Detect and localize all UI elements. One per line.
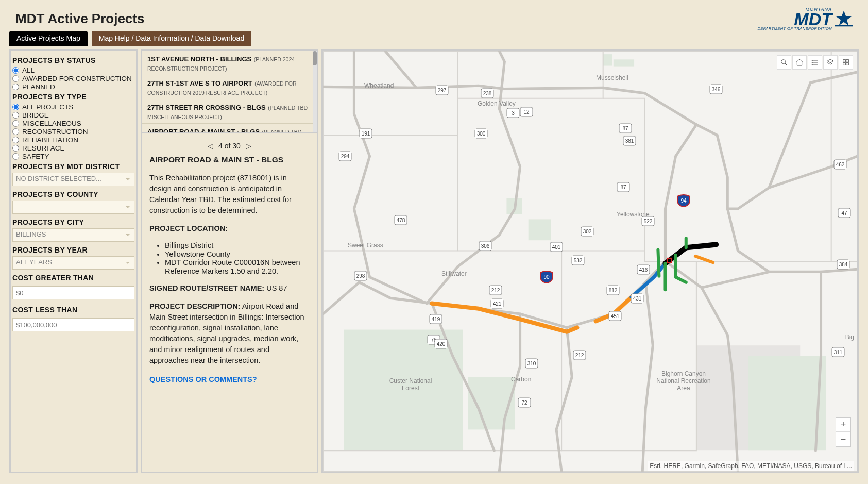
map-home-button[interactable] <box>792 55 807 70</box>
radio-type-recon[interactable]: RECONSTRUCTION <box>12 128 134 136</box>
radio-status-awarded-input[interactable] <box>12 75 19 82</box>
radio-type-all-label: ALL PROJECTS <box>22 103 73 111</box>
map-search-button[interactable] <box>777 55 791 70</box>
radio-type-misc[interactable]: MISCELLANEOUS <box>12 120 134 127</box>
tab-map-help[interactable]: Map Help / Data Information / Data Downl… <box>92 31 251 46</box>
select-district[interactable]: NO DISTRICT SELECTED... <box>12 173 134 186</box>
route-shield-label: 311 <box>834 349 843 355</box>
radio-type-all[interactable]: ALL PROJECTS <box>12 103 134 111</box>
route-shield-label: 419 <box>432 316 440 322</box>
search-icon <box>780 58 788 66</box>
svg-point-55 <box>812 64 812 64</box>
select-year[interactable]: ALL YEARS <box>12 256 134 270</box>
radio-status-planned[interactable]: PLANNED <box>12 83 134 91</box>
select-county[interactable] <box>12 201 134 214</box>
route-shield-label: 451 <box>611 313 620 319</box>
interstate-shield: 94 <box>676 194 691 207</box>
heading-county: PROJECTS BY COUNTY <box>12 190 134 198</box>
list-item[interactable]: 27TH STREET RR CROSSING - BLGS (PLANNED … <box>142 99 317 124</box>
radio-type-rehab-label: REHABILITATION <box>22 136 78 144</box>
radio-type-rehab-input[interactable] <box>12 137 19 143</box>
radio-type-bridge[interactable]: BRIDGE <box>12 111 134 119</box>
svg-rect-58 <box>843 63 846 65</box>
map-basemap-button[interactable] <box>839 55 853 70</box>
pager: ◁ 4 of 30 ▷ <box>149 142 310 150</box>
radio-type-recon-input[interactable] <box>12 128 19 135</box>
heading-year: PROJECTS BY YEAR <box>12 246 134 254</box>
radio-status-all-input[interactable] <box>12 67 19 74</box>
home-icon <box>795 58 804 66</box>
heading-city: PROJECTS BY CITY <box>12 218 134 226</box>
select-city[interactable]: BILLINGS <box>12 228 134 242</box>
route-shield-label: 47 <box>841 210 847 216</box>
radio-type-bridge-input[interactable] <box>12 112 19 119</box>
list-item[interactable]: AIRPORT ROAD & MAIN ST - BLGS (PLANNED T… <box>142 124 317 133</box>
svg-marker-0 <box>836 11 852 26</box>
map-county-label: Musselshell <box>596 74 628 81</box>
detail-location-corridor: MDT Corridor Route C000016N between Refe… <box>165 258 310 275</box>
heading-status: PROJECTS BY STATUS <box>12 56 134 64</box>
zoom-out-button[interactable]: − <box>836 432 850 446</box>
map-county-label: Stillwater <box>441 270 467 277</box>
list-item[interactable]: 1ST AVENUE NORTH - BILLINGS (PLANNED 202… <box>142 51 317 75</box>
tab-active-projects-map[interactable]: Active Projects Map <box>9 31 88 46</box>
list-item-title: AIRPORT ROAD & MAIN ST - BLGS <box>147 128 260 133</box>
svg-rect-9 <box>614 59 634 66</box>
svg-rect-8 <box>603 54 612 65</box>
pager-next-icon[interactable]: ▷ <box>245 142 253 150</box>
svg-rect-1 <box>835 25 853 27</box>
detail-desc-text: Airport Road and Main Street intersectio… <box>149 302 304 364</box>
radio-type-safety[interactable]: SAFETY <box>12 153 134 160</box>
route-shield-label: 416 <box>639 267 648 273</box>
radio-type-rehab[interactable]: REHABILITATION <box>12 136 134 144</box>
heading-cost-gt: COST GREATER THAN <box>12 274 134 282</box>
route-shield-label: 191 <box>362 131 370 137</box>
input-cost-lt[interactable] <box>12 318 134 331</box>
svg-point-53 <box>812 60 812 60</box>
scrollbar-thumb[interactable] <box>313 51 317 65</box>
radio-type-safety-input[interactable] <box>12 153 19 160</box>
radio-status-all[interactable]: ALL <box>12 66 134 74</box>
route-shield-label: 478 <box>397 218 405 223</box>
map[interactable]: Wheatland Golden Valley Musselshell Swee… <box>321 49 859 473</box>
radio-type-recon-label: RECONSTRUCTION <box>22 128 88 136</box>
svg-rect-56 <box>843 60 846 62</box>
list-item-title: 27TH ST-1ST AVE S TO AIRPORT <box>147 79 252 87</box>
pager-prev-icon[interactable]: ◁ <box>206 142 214 150</box>
detail-desc-label: PROJECT DESCRIPTION: <box>149 302 240 310</box>
map-tools <box>777 55 853 70</box>
radio-status-planned-label: PLANNED <box>22 83 55 91</box>
route-shield-label: 300 <box>477 131 486 137</box>
grid-icon <box>842 58 850 66</box>
route-shield-label: 310 <box>527 361 536 366</box>
detail-questions-link[interactable]: QUESTIONS OR COMMENTS? <box>149 375 257 383</box>
svg-text:90: 90 <box>543 274 550 280</box>
radio-type-misc-input[interactable] <box>12 120 19 127</box>
zoom-in-button[interactable]: + <box>836 418 850 432</box>
detail-route-value: US 87 <box>266 284 287 292</box>
heading-type: PROJECTS BY TYPE <box>12 93 134 101</box>
list-item[interactable]: 27TH ST-1ST AVE S TO AIRPORT (AWARDED FO… <box>142 75 317 99</box>
input-cost-gt[interactable] <box>12 286 134 299</box>
logo-sub: DEPARTMENT OF TRANSPORTATION <box>757 26 832 31</box>
route-shield-label: 87 <box>622 126 628 131</box>
radio-type-bridge-label: BRIDGE <box>22 111 49 119</box>
route-shield-label: 420 <box>437 341 446 347</box>
radio-type-resurf-input[interactable] <box>12 145 19 152</box>
svg-rect-57 <box>846 60 849 62</box>
heading-cost-lt: COST LESS THAN <box>12 306 134 314</box>
route-shield-label: 381 <box>625 138 634 144</box>
radio-status-planned-input[interactable] <box>12 84 19 90</box>
radio-status-awarded[interactable]: AWARDED FOR CONSTRUCTION <box>12 75 134 82</box>
detail-location-district: Billings District <box>165 241 310 250</box>
radio-type-resurf[interactable]: RESURFACE <box>12 144 134 152</box>
map-county-label: Carbon <box>511 376 531 383</box>
svg-line-49 <box>785 63 787 65</box>
svg-rect-6 <box>748 356 826 451</box>
radio-type-all-input[interactable] <box>12 104 19 110</box>
map-legend-button[interactable] <box>808 55 822 70</box>
heading-district: PROJECTS BY MDT DISTRICT <box>12 162 134 171</box>
map-layers-button[interactable] <box>823 55 838 70</box>
map-county-label: Wheatland <box>364 82 394 89</box>
project-list[interactable]: 1ST AVENUE NORTH - BILLINGS (PLANNED 202… <box>142 51 317 133</box>
